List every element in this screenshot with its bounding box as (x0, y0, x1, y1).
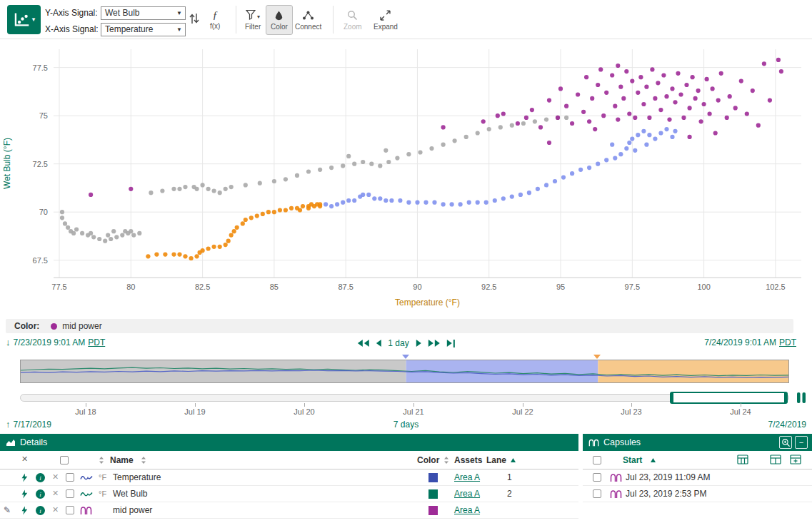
item-name[interactable]: Temperature (113, 472, 161, 482)
step-forward-icon[interactable] (416, 340, 421, 347)
sort-asc-icon[interactable] (650, 457, 656, 463)
scatter-plot-view-button[interactable]: ▾ (7, 5, 41, 34)
color-swatch[interactable] (428, 489, 438, 499)
investigate-range-end[interactable]: 7/24/2019 (768, 420, 806, 430)
display-range-start[interactable]: ↓ 7/23/2019 9:01 AM PDT (6, 337, 105, 347)
edit-icon[interactable]: ✎ (4, 505, 11, 515)
fx-button[interactable]: ƒ f(x) (205, 5, 225, 35)
color-label: Color (271, 23, 288, 31)
row-checkbox[interactable] (66, 473, 74, 482)
step-back-icon[interactable] (376, 340, 381, 347)
details-area-chart-icon (6, 438, 16, 447)
scatter-plot-icon (13, 12, 30, 28)
svg-text:Temperature (°F): Temperature (°F) (395, 298, 460, 308)
asset-link[interactable]: Area A (454, 489, 480, 499)
timeline-region-marker[interactable] (593, 355, 601, 359)
column-name[interactable]: Name (110, 455, 134, 465)
swap-arrows-icon (189, 11, 200, 26)
scatter-plot[interactable]: 67.57072.57577.577.58082.58587.59092.595… (0, 39, 812, 318)
connect-button[interactable]: Connect (290, 5, 326, 35)
trend-bolt-icon[interactable] (20, 489, 29, 499)
row-checkbox[interactable] (66, 506, 74, 514)
item-name[interactable]: mid power (113, 505, 152, 515)
stats-table-icon[interactable] (770, 455, 781, 464)
step-to-now-icon[interactable] (447, 340, 455, 347)
capsule-checkbox[interactable] (593, 489, 601, 498)
remove-all-icon[interactable]: ✕ (21, 455, 28, 464)
column-color[interactable]: Color (417, 455, 439, 465)
date-label: Jul 19 (184, 407, 205, 416)
display-range-end[interactable]: 7/24/2019 9:01 AM PDT (704, 337, 796, 347)
date-label: Jul 21 (403, 407, 423, 416)
sort-asc-icon[interactable] (510, 457, 516, 463)
info-icon[interactable]: i (36, 489, 45, 499)
zoom-button[interactable]: Zoom (339, 5, 367, 35)
columns-icon[interactable] (737, 455, 748, 464)
display-range-end-text: 7/24/2019 9:01 AM (704, 337, 776, 347)
sort-type-icon[interactable] (99, 456, 104, 464)
info-icon[interactable]: i (36, 506, 45, 515)
filter-icon (246, 9, 256, 20)
details-row-mid-power: ✎ i ✕ mid power Area A (0, 502, 578, 519)
timeline-strip[interactable] (20, 360, 789, 383)
row-checkbox[interactable] (66, 489, 74, 498)
magnifier-plus-icon (781, 438, 791, 447)
display-range-slider[interactable] (670, 392, 788, 404)
column-assets[interactable]: Assets (454, 455, 482, 465)
timeline-region-marker[interactable] (402, 355, 409, 359)
timebar-options-icon[interactable] (794, 392, 808, 404)
add-column-icon[interactable] (790, 455, 801, 464)
filter-button[interactable]: ▾ Filter (240, 5, 266, 35)
capsule-row[interactable]: Jul 23, 2019 11:09 AM (583, 469, 812, 486)
capsule-icon (610, 489, 622, 499)
capsule-checkbox[interactable] (593, 473, 601, 482)
svg-text:77.5: 77.5 (33, 64, 48, 72)
color-swatch[interactable] (428, 506, 438, 515)
expand-button[interactable]: Expand (369, 5, 403, 35)
step-back-full-icon[interactable] (357, 340, 369, 347)
asset-link[interactable]: Area A (454, 472, 480, 482)
legend-color-dot (51, 323, 57, 330)
sort-name-icon[interactable] (141, 456, 146, 464)
signal-icon (80, 473, 93, 482)
swap-axes-button[interactable] (189, 11, 200, 28)
column-lane[interactable]: Lane (486, 455, 506, 465)
sort-color-icon[interactable] (443, 456, 449, 464)
column-start[interactable]: Start (623, 455, 642, 465)
display-range-end-tz[interactable]: PDT (779, 337, 796, 347)
arrow-down-icon: ↓ (6, 337, 11, 347)
timeline-strip-svg (21, 360, 788, 382)
step-size-label[interactable]: 1 day (388, 338, 408, 348)
remove-icon[interactable]: ✕ (52, 489, 59, 498)
item-name[interactable]: Wet Bulb (113, 489, 147, 499)
y-axis-signal-select[interactable]: Wet Bulb ▼ (101, 6, 186, 20)
unit-label: °F (99, 489, 106, 498)
remove-icon[interactable]: ✕ (52, 505, 59, 514)
remove-icon[interactable]: ✕ (52, 472, 59, 482)
select-all-capsules-checkbox[interactable] (593, 456, 601, 464)
asset-link[interactable]: Area A (454, 505, 480, 515)
trend-bolt-icon[interactable] (20, 472, 29, 483)
color-button[interactable]: Color (266, 5, 293, 35)
svg-text:100: 100 (697, 283, 710, 291)
color-swatch[interactable] (428, 473, 438, 482)
trend-bolt-icon[interactable] (20, 505, 29, 516)
details-row-wet-bulb: i ✕ °F Wet Bulb Area A 2 (0, 486, 578, 502)
investigate-range-duration[interactable]: 7 days (394, 420, 418, 430)
condition-capsules-icon (80, 506, 92, 515)
select-all-checkbox[interactable] (60, 456, 69, 464)
display-range-start-tz[interactable]: PDT (88, 337, 105, 347)
capsule-row[interactable]: Jul 23, 2019 2:53 PM (583, 486, 812, 502)
investigate-range-start[interactable]: ↑ 7/17/2019 (6, 420, 51, 430)
date-tick (741, 403, 741, 407)
date-label: Jul 22 (512, 407, 533, 416)
info-icon[interactable]: i (36, 473, 45, 482)
collapse-panel-icon[interactable]: − (795, 436, 808, 449)
x-axis-signal-label: X-Axis Signal: (45, 24, 101, 34)
x-axis-signal-select[interactable]: Temperature ▼ (101, 23, 186, 36)
fx-label: f(x) (210, 22, 220, 30)
color-legend: Color: mid power (6, 319, 793, 333)
step-forward-full-icon[interactable] (428, 340, 440, 347)
zoom-to-capsule-icon[interactable] (779, 436, 792, 449)
connect-label: Connect (295, 23, 321, 31)
